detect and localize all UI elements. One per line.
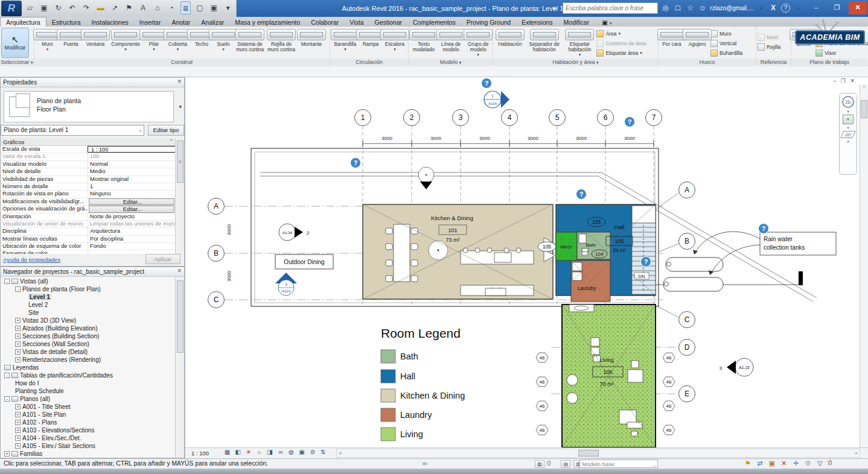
- account-name[interactable]: rzlazo@gmail....: [710, 2, 753, 14]
- edit-type-button[interactable]: Editar tipo: [148, 125, 184, 136]
- switch-windows-icon[interactable]: ▣: [209, 1, 219, 14]
- expand-icon[interactable]: +: [15, 420, 21, 425]
- tab-estructura[interactable]: Estructura: [46, 17, 86, 27]
- background-processes-icon[interactable]: ⚙: [803, 460, 813, 467]
- minimize-button[interactable]: ‒: [807, 1, 825, 14]
- expand-icon[interactable]: +: [15, 404, 21, 409]
- elevation-marker-a115[interactable]: A1-15 3: [720, 358, 753, 376]
- subscription-icon[interactable]: ☖: [673, 2, 683, 14]
- thin-lines-icon[interactable]: ≣: [180, 1, 191, 14]
- expand-icon[interactable]: +: [15, 318, 21, 323]
- editing-requests-icon[interactable]: ⚑: [743, 460, 753, 467]
- expand-icon[interactable]: +: [15, 333, 21, 339]
- properties-scrollbar[interactable]: ≡: [175, 138, 184, 254]
- tree-item-howdoi[interactable]: How do I: [1, 379, 175, 387]
- pin-icon[interactable]: ▣: [767, 460, 777, 467]
- prop-row[interactable]: Mostrar líneas ocultasPor disciplina: [1, 236, 176, 243]
- editable-only-icon[interactable]: ▧: [535, 460, 544, 468]
- exclude-options-icon[interactable]: ✕: [779, 460, 789, 467]
- scroll-right-icon[interactable]: >: [852, 449, 860, 457]
- floor-plan[interactable]: 30003000 30003000 30003000 3000 3000 1 2…: [185, 77, 860, 447]
- collapse-icon[interactable]: -: [15, 286, 21, 292]
- zoom-region-icon[interactable]: +: [843, 115, 854, 124]
- exchange-apps-icon[interactable]: X: [768, 2, 778, 14]
- tag-icon[interactable]: ⚑: [124, 1, 134, 14]
- vertical-scroll-thumb[interactable]: [861, 100, 867, 118]
- ventana-button[interactable]: Ventana: [83, 28, 108, 59]
- collapse-icon[interactable]: ⌃: [169, 139, 173, 144]
- area-button[interactable]: Área▾: [596, 29, 657, 39]
- close-hidden-windows-icon[interactable]: ▢: [194, 1, 205, 14]
- outdoor-dining-note[interactable]: Outdoor Dining: [275, 254, 333, 269]
- tab-complementos[interactable]: Complementos: [407, 17, 461, 27]
- prop-row[interactable]: Rotación de vista en planoNinguno: [1, 191, 176, 198]
- selection-filter-icon[interactable]: ▽: [815, 460, 825, 467]
- tree-item-site[interactable]: Site: [1, 309, 175, 317]
- tab-insertar[interactable]: Insertar: [134, 17, 167, 27]
- tab-proving-ground[interactable]: Proving Ground: [461, 17, 517, 27]
- sistema-muro-cortina-button[interactable]: Sistema de muro cortina: [234, 28, 266, 59]
- crop-view-icon[interactable]: ◨: [266, 449, 275, 455]
- hueco-vertical-button[interactable]: Vertical: [710, 39, 754, 48]
- tab-modificar[interactable]: Modificar: [558, 17, 595, 27]
- section-marker-a103[interactable]: 3 A103: [275, 273, 297, 295]
- tree-item-a001[interactable]: +A001 - Title Sheet: [1, 403, 175, 411]
- sync-icon[interactable]: ↻: [53, 1, 63, 14]
- view-minimize-icon[interactable]: ‒: [833, 78, 836, 84]
- expand-icon[interactable]: +: [15, 412, 21, 417]
- muro-button[interactable]: Muro▾: [36, 28, 59, 59]
- tree-item-a102[interactable]: +A102 - Plans: [1, 419, 175, 426]
- wheel-dropdown-icon[interactable]: ▾: [847, 109, 849, 113]
- collapse-icon[interactable]: -: [4, 396, 10, 402]
- collapse-icon[interactable]: -: [4, 279, 10, 284]
- tree-item-a101[interactable]: +A101 - Site Plan: [1, 411, 175, 419]
- prop-row[interactable]: DisciplinaArquitectura: [1, 228, 176, 235]
- restore-button[interactable]: ❐: [828, 1, 846, 14]
- puerta-button[interactable]: Puerta: [59, 28, 83, 59]
- steering-wheel-icon[interactable]: 2D: [842, 96, 854, 108]
- prop-row[interactable]: Visibilidad de piezasMostrar original: [1, 176, 176, 183]
- expand-icon[interactable]: +: [15, 341, 21, 347]
- view-scale[interactable]: 1 : 100: [191, 450, 209, 457]
- rampa-button[interactable]: Rampa: [359, 28, 382, 59]
- montante-button[interactable]: Montante: [297, 28, 326, 59]
- tree-item-tablas[interactable]: -Tablas de planificación/Cantidades: [1, 371, 175, 379]
- tree-item-level2[interactable]: Level 2: [1, 301, 175, 309]
- agujero-button[interactable]: Agujero: [684, 28, 710, 59]
- elevation-marker-a134[interactable]: A1-34 2: [279, 224, 310, 241]
- tree-item-planting-schedule[interactable]: Planting Schedule: [1, 387, 175, 395]
- close-button[interactable]: ✕: [849, 1, 867, 14]
- ribbon-display-toggle-icon[interactable]: ▣ ▾: [596, 17, 617, 27]
- horizontal-scrollbar[interactable]: < >: [336, 449, 860, 458]
- zoom-dropdown-icon[interactable]: ▾: [847, 125, 849, 130]
- tree-item-a104[interactable]: +A104 - Elev./Sec./Det.: [1, 434, 175, 442]
- tab-anotar[interactable]: Anotar: [166, 17, 196, 27]
- editar-button[interactable]: Editar...: [89, 206, 174, 212]
- separador-habitacion-button[interactable]: Separador de habitación: [526, 28, 563, 59]
- column-marker[interactable]: [418, 167, 434, 189]
- tab-instalaciones[interactable]: Instalaciones: [86, 17, 133, 27]
- vertical-scrollbar[interactable]: ^: [860, 84, 868, 447]
- tab-colaborar[interactable]: Colaborar: [305, 17, 344, 27]
- help-search-input[interactable]: [563, 2, 658, 14]
- properties-header[interactable]: Propiedades✕: [1, 78, 184, 87]
- view-restore-icon[interactable]: ❐: [841, 78, 846, 84]
- scroll-up-icon[interactable]: ^: [863, 84, 866, 90]
- expand-icon[interactable]: +: [15, 326, 21, 331]
- prop-row[interactable]: OrientaciónNorte de proyecto: [1, 213, 176, 221]
- help-icon[interactable]: ?: [781, 4, 790, 13]
- search-icon[interactable]: ◎: [661, 2, 671, 14]
- rejilla-muro-cortina-button[interactable]: Rejilla de muro cortina: [266, 28, 297, 59]
- tree-item-a103[interactable]: +A103 - Elevations/Sections: [1, 426, 175, 434]
- apply-button[interactable]: Aplicar: [145, 254, 180, 264]
- design-options-icon[interactable]: ▤: [561, 460, 570, 468]
- componente-button[interactable]: Componente▾: [108, 28, 143, 59]
- barandilla-button[interactable]: Barandilla▾: [331, 28, 359, 59]
- escalera-button[interactable]: Escalera▾: [382, 28, 407, 59]
- undo-icon[interactable]: ↶: [67, 1, 77, 14]
- grid-bubbles-alpha-left[interactable]: A B C: [208, 198, 225, 308]
- measure-icon[interactable]: ▬: [95, 1, 106, 14]
- tree-item-vistas3d[interactable]: +Vistas 3D (3D View): [1, 317, 175, 324]
- hueco-muro-button[interactable]: Muro: [710, 29, 754, 39]
- save-icon[interactable]: ▣: [39, 1, 49, 14]
